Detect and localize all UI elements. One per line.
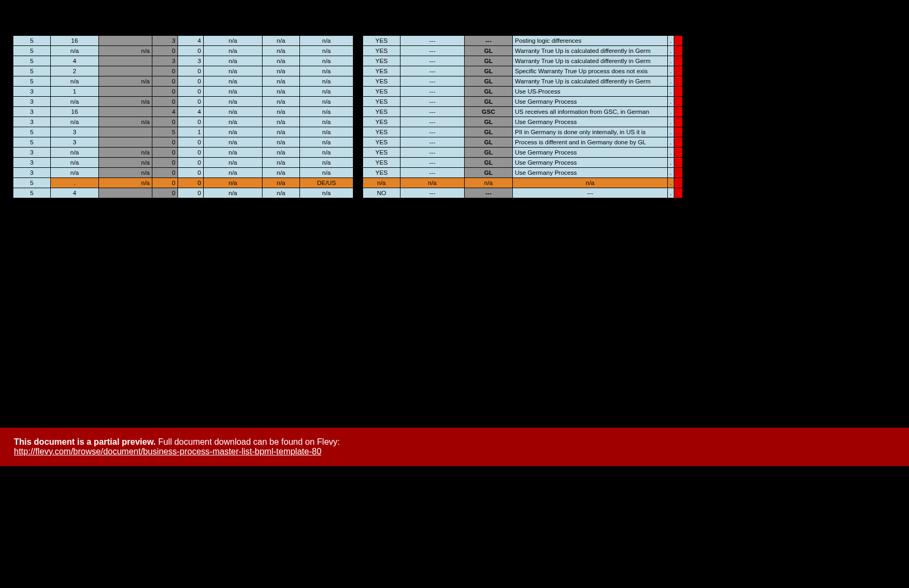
cell: 5 — [13, 188, 51, 198]
cell: --- — [513, 188, 668, 198]
cell: 0 — [152, 188, 178, 198]
banner-bold-text: This document is a partial preview. — [14, 437, 156, 446]
cell: YES — [363, 87, 400, 97]
cell: n/a — [99, 148, 152, 158]
cell: 4 — [178, 107, 204, 117]
cell: n/a — [99, 168, 152, 178]
cell: n/a — [204, 46, 263, 56]
cell — [674, 76, 683, 87]
cell: GL — [465, 76, 513, 87]
table-row: 5200n/an/an/aYES---GLSpecific Warranty T… — [13, 66, 683, 76]
cell: n/a — [300, 107, 353, 117]
cell: n/a — [263, 66, 300, 76]
cell: 5 — [13, 137, 51, 148]
cell: 5 — [13, 36, 51, 46]
cell: 0 — [152, 76, 178, 87]
cell: n/a — [263, 107, 300, 117]
cell: n/a — [204, 76, 263, 87]
cell: 2 — [51, 66, 99, 76]
cell: YES — [363, 76, 400, 87]
table-row: 5433n/an/an/aYES---GLWarranty True Up is… — [13, 56, 683, 66]
cell: 4 — [178, 36, 204, 46]
cell: n/a — [263, 46, 300, 56]
cell — [99, 107, 152, 117]
cell — [353, 127, 363, 137]
cell — [99, 87, 152, 97]
cell: 0 — [152, 148, 178, 158]
cell: n/a — [99, 76, 152, 87]
cell — [353, 117, 363, 127]
cell: GL — [465, 137, 513, 148]
cell: n/a — [263, 168, 300, 178]
cell: 16 — [51, 36, 99, 46]
cell: n/a — [363, 178, 400, 188]
cell: . — [668, 76, 674, 87]
cell: n/a — [263, 178, 300, 188]
cell: n/a — [204, 127, 263, 137]
cell: 3 — [13, 158, 51, 168]
cell: 0 — [178, 46, 204, 56]
table-row: 51634n/an/an/aYES------Posting logic dif… — [13, 36, 683, 46]
cell: 3 — [13, 107, 51, 117]
cell: YES — [363, 117, 400, 127]
cell: YES — [363, 56, 400, 66]
cell: YES — [363, 148, 400, 158]
cell: . — [51, 178, 99, 188]
cell — [353, 188, 363, 198]
cell — [674, 97, 683, 107]
cell: 4 — [51, 56, 99, 66]
cell: --- — [400, 76, 465, 87]
cell — [674, 46, 683, 56]
cell: 0 — [152, 46, 178, 56]
cell: n/a — [263, 158, 300, 168]
cell: --- — [400, 127, 465, 137]
cell: GL — [465, 127, 513, 137]
cell: n/a — [204, 97, 263, 107]
cell: . — [668, 36, 674, 46]
cell: YES — [363, 66, 400, 76]
cell: n/a — [300, 66, 353, 76]
table-row: 3n/an/a00n/an/an/aYES---GLUse Germany Pr… — [13, 148, 683, 158]
cell: n/a — [300, 97, 353, 107]
cell: 4 — [152, 107, 178, 117]
cell: . — [668, 137, 674, 148]
cell: 5 — [13, 66, 51, 76]
cell: . — [668, 127, 674, 137]
cell — [674, 66, 683, 76]
cell: n/a — [204, 178, 263, 188]
cell: n/a — [204, 158, 263, 168]
cell: Use Germany Process — [513, 168, 668, 178]
cell: GL — [465, 66, 513, 76]
cell: 0 — [178, 137, 204, 148]
cell: n/a — [300, 158, 353, 168]
cell: --- — [400, 66, 465, 76]
cell: GL — [465, 87, 513, 97]
cell: . — [668, 97, 674, 107]
cell — [674, 36, 683, 46]
cell: n/a — [300, 56, 353, 66]
cell: 3 — [51, 137, 99, 148]
cell: . — [668, 117, 674, 127]
cell: n/a — [99, 117, 152, 127]
cell: n/a — [51, 46, 99, 56]
cell: . — [668, 148, 674, 158]
cell: 3 — [13, 148, 51, 158]
cell: . — [668, 46, 674, 56]
cell: Warranty True Up is calculated different… — [513, 46, 668, 56]
cell: n/a — [51, 158, 99, 168]
cell: 0 — [178, 168, 204, 178]
cell: n/a — [51, 76, 99, 87]
cell — [353, 137, 363, 148]
cell: n/a — [204, 56, 263, 66]
cell: n/a — [263, 36, 300, 46]
cell: Use Germany Process — [513, 97, 668, 107]
cell: 3 — [13, 117, 51, 127]
cell — [674, 148, 683, 158]
cell: 0 — [152, 158, 178, 168]
cell: 0 — [178, 76, 204, 87]
cell: YES — [363, 36, 400, 46]
cell: n/a — [51, 97, 99, 107]
cell: 0 — [152, 97, 178, 107]
banner-link[interactable]: http://flevy.com/browse/document/busines… — [14, 447, 321, 456]
cell: Use US-Process — [513, 87, 668, 97]
